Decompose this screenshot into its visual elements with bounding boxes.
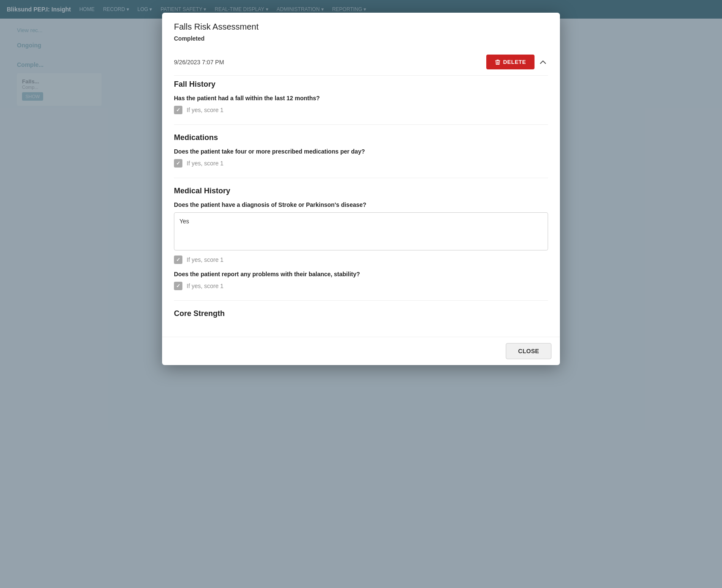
- checkbox-row-3: If yes, score 1: [174, 256, 548, 264]
- checkbox-row-2: If yes, score 1: [174, 159, 548, 168]
- section-core-strength-title: Core Strength: [174, 309, 548, 318]
- modal-title: Falls Risk Assessment: [174, 22, 548, 32]
- divider-2: [174, 178, 548, 178]
- delete-button[interactable]: DELETE: [486, 55, 535, 69]
- question-3: Does the patient have a diagnosis of Str…: [174, 201, 548, 208]
- section-medications-title: Medications: [174, 133, 548, 142]
- record-date: 9/26/2023 7:07 PM: [174, 59, 224, 66]
- checkbox-row-4: If yes, score 1: [174, 282, 548, 290]
- record-actions: DELETE: [486, 55, 548, 69]
- question-2: Does the patient take four or more presc…: [174, 148, 548, 155]
- section-medications: Medications Does the patient take four o…: [174, 133, 548, 168]
- modal-overlay: Falls Risk Assessment Completed 9/26/202…: [0, 0, 722, 588]
- checkbox-4[interactable]: [174, 282, 182, 290]
- trash-icon: [495, 59, 501, 65]
- record-row: 9/26/2023 7:07 PM DELETE: [174, 49, 548, 76]
- section-medical-history: Medical History Does the patient have a …: [174, 187, 548, 290]
- checkbox-label-2: If yes, score 1: [187, 160, 223, 167]
- checkbox-label-1: If yes, score 1: [187, 107, 223, 113]
- checkbox-label-3: If yes, score 1: [187, 256, 223, 263]
- falls-risk-modal: Falls Risk Assessment Completed 9/26/202…: [162, 13, 560, 365]
- close-button[interactable]: CLOSE: [506, 343, 551, 359]
- question-4: Does the patient report any problems wit…: [174, 271, 548, 278]
- section-fall-history-title: Fall History: [174, 80, 548, 89]
- modal-status: Completed: [174, 35, 548, 42]
- modal-body: 9/26/2023 7:07 PM DELETE: [162, 49, 560, 337]
- stroke-diagnosis-textarea[interactable]: Yes: [174, 212, 548, 250]
- checkbox-row-1: If yes, score 1: [174, 106, 548, 114]
- modal-header: Falls Risk Assessment Completed: [162, 13, 560, 49]
- checkbox-2[interactable]: [174, 159, 182, 168]
- chevron-up-icon: [540, 60, 546, 64]
- checkbox-3[interactable]: [174, 256, 182, 264]
- checkbox-1[interactable]: [174, 106, 182, 114]
- section-core-strength: Core Strength: [174, 309, 548, 318]
- close-label: CLOSE: [518, 348, 539, 354]
- divider-3: [174, 300, 548, 301]
- collapse-button[interactable]: [538, 57, 548, 68]
- modal-footer: CLOSE: [162, 337, 560, 365]
- section-medical-history-title: Medical History: [174, 187, 548, 195]
- checkbox-label-4: If yes, score 1: [187, 283, 223, 289]
- divider-1: [174, 124, 548, 125]
- section-fall-history: Fall History Has the patient had a fall …: [174, 80, 548, 114]
- question-1: Has the patient had a fall within the la…: [174, 95, 548, 102]
- delete-label: DELETE: [503, 59, 526, 65]
